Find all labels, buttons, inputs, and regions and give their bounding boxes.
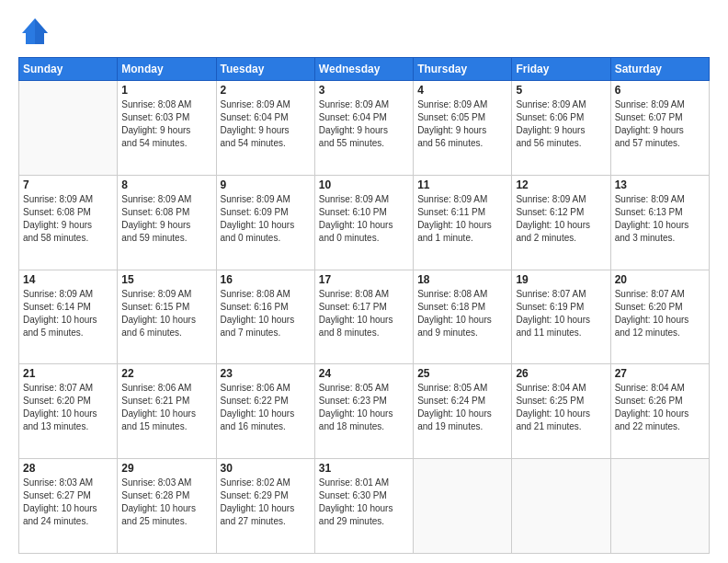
day-info: Sunrise: 8:07 AM Sunset: 6:20 PM Dayligh… <box>615 288 705 339</box>
day-number: 8 <box>121 178 211 191</box>
calendar-cell: 28Sunrise: 8:03 AM Sunset: 6:27 PM Dayli… <box>19 459 118 554</box>
day-info: Sunrise: 8:09 AM Sunset: 6:04 PM Dayligh… <box>221 98 311 150</box>
day-info: Sunrise: 8:04 AM Sunset: 6:25 PM Dayligh… <box>516 382 606 433</box>
day-info: Sunrise: 8:01 AM Sunset: 6:30 PM Dayligh… <box>319 477 409 528</box>
day-number: 4 <box>417 84 507 97</box>
day-number: 20 <box>615 273 705 286</box>
day-number: 19 <box>516 273 606 286</box>
day-info: Sunrise: 8:08 AM Sunset: 6:18 PM Dayligh… <box>417 288 507 339</box>
day-number: 3 <box>319 84 409 97</box>
calendar-table: SundayMondayTuesdayWednesdayThursdayFrid… <box>18 57 710 554</box>
day-number: 11 <box>417 178 507 191</box>
day-number: 23 <box>221 367 311 380</box>
calendar-cell: 9Sunrise: 8:09 AM Sunset: 6:09 PM Daylig… <box>216 175 314 270</box>
calendar-cell: 19Sunrise: 8:07 AM Sunset: 6:19 PM Dayli… <box>512 270 610 364</box>
day-info: Sunrise: 8:03 AM Sunset: 6:27 PM Dayligh… <box>23 477 113 528</box>
day-info: Sunrise: 8:09 AM Sunset: 6:08 PM Dayligh… <box>23 193 113 245</box>
day-info: Sunrise: 8:09 AM Sunset: 6:05 PM Dayligh… <box>417 98 507 150</box>
calendar-cell: 13Sunrise: 8:09 AM Sunset: 6:13 PM Dayli… <box>610 175 709 270</box>
day-info: Sunrise: 8:09 AM Sunset: 6:08 PM Dayligh… <box>121 193 211 245</box>
calendar-cell <box>610 459 709 554</box>
weekday-header-row: SundayMondayTuesdayWednesdayThursdayFrid… <box>19 58 710 81</box>
calendar-cell: 3Sunrise: 8:09 AM Sunset: 6:04 PM Daylig… <box>314 81 413 176</box>
calendar-cell <box>414 459 512 554</box>
day-info: Sunrise: 8:09 AM Sunset: 6:14 PM Dayligh… <box>23 288 113 339</box>
day-number: 1 <box>121 84 211 97</box>
calendar-cell: 14Sunrise: 8:09 AM Sunset: 6:14 PM Dayli… <box>19 270 118 364</box>
day-number: 18 <box>417 273 507 286</box>
day-number: 21 <box>23 367 113 380</box>
day-number: 12 <box>516 178 606 191</box>
day-number: 28 <box>23 462 113 475</box>
weekday-friday: Friday <box>512 58 610 81</box>
calendar-cell: 11Sunrise: 8:09 AM Sunset: 6:11 PM Dayli… <box>414 175 512 270</box>
day-info: Sunrise: 8:06 AM Sunset: 6:21 PM Dayligh… <box>121 382 211 433</box>
calendar-cell: 23Sunrise: 8:06 AM Sunset: 6:22 PM Dayli… <box>216 364 314 459</box>
calendar-week-2: 14Sunrise: 8:09 AM Sunset: 6:14 PM Dayli… <box>19 270 710 364</box>
weekday-monday: Monday <box>118 58 216 81</box>
calendar-cell: 17Sunrise: 8:08 AM Sunset: 6:17 PM Dayli… <box>314 270 413 364</box>
calendar-cell: 21Sunrise: 8:07 AM Sunset: 6:20 PM Dayli… <box>19 364 118 459</box>
day-number: 9 <box>221 178 311 191</box>
calendar-cell: 7Sunrise: 8:09 AM Sunset: 6:08 PM Daylig… <box>19 175 118 270</box>
day-info: Sunrise: 8:02 AM Sunset: 6:29 PM Dayligh… <box>221 477 311 528</box>
calendar-cell: 1Sunrise: 8:08 AM Sunset: 6:03 PM Daylig… <box>118 81 216 176</box>
day-info: Sunrise: 8:05 AM Sunset: 6:23 PM Dayligh… <box>319 382 409 433</box>
calendar-cell: 18Sunrise: 8:08 AM Sunset: 6:18 PM Dayli… <box>414 270 512 364</box>
svg-marker-1 <box>35 18 48 44</box>
weekday-tuesday: Tuesday <box>216 58 314 81</box>
day-info: Sunrise: 8:09 AM Sunset: 6:04 PM Dayligh… <box>319 98 409 150</box>
calendar-cell: 27Sunrise: 8:04 AM Sunset: 6:26 PM Dayli… <box>610 364 709 459</box>
calendar-cell <box>512 459 610 554</box>
day-number: 14 <box>23 273 113 286</box>
weekday-saturday: Saturday <box>610 58 709 81</box>
calendar-cell: 16Sunrise: 8:08 AM Sunset: 6:16 PM Dayli… <box>216 270 314 364</box>
calendar-cell: 4Sunrise: 8:09 AM Sunset: 6:05 PM Daylig… <box>414 81 512 176</box>
day-info: Sunrise: 8:09 AM Sunset: 6:12 PM Dayligh… <box>516 193 606 245</box>
day-info: Sunrise: 8:07 AM Sunset: 6:19 PM Dayligh… <box>516 288 606 339</box>
day-info: Sunrise: 8:04 AM Sunset: 6:26 PM Dayligh… <box>615 382 705 433</box>
calendar-cell: 5Sunrise: 8:09 AM Sunset: 6:06 PM Daylig… <box>512 81 610 176</box>
weekday-sunday: Sunday <box>19 58 118 81</box>
day-number: 22 <box>121 367 211 380</box>
calendar-cell: 26Sunrise: 8:04 AM Sunset: 6:25 PM Dayli… <box>512 364 610 459</box>
day-number: 10 <box>319 178 409 191</box>
day-number: 5 <box>516 84 606 97</box>
calendar-cell: 12Sunrise: 8:09 AM Sunset: 6:12 PM Dayli… <box>512 175 610 270</box>
day-info: Sunrise: 8:09 AM Sunset: 6:11 PM Dayligh… <box>417 193 507 245</box>
day-number: 6 <box>615 84 705 97</box>
day-info: Sunrise: 8:03 AM Sunset: 6:28 PM Dayligh… <box>121 477 211 528</box>
calendar-cell: 25Sunrise: 8:05 AM Sunset: 6:24 PM Dayli… <box>414 364 512 459</box>
day-info: Sunrise: 8:08 AM Sunset: 6:16 PM Dayligh… <box>221 288 311 339</box>
day-number: 15 <box>121 273 211 286</box>
calendar-cell: 29Sunrise: 8:03 AM Sunset: 6:28 PM Dayli… <box>118 459 216 554</box>
day-info: Sunrise: 8:08 AM Sunset: 6:17 PM Dayligh… <box>319 288 409 339</box>
weekday-thursday: Thursday <box>414 58 512 81</box>
calendar-cell: 30Sunrise: 8:02 AM Sunset: 6:29 PM Dayli… <box>216 459 314 554</box>
day-number: 7 <box>23 178 113 191</box>
calendar-week-1: 7Sunrise: 8:09 AM Sunset: 6:08 PM Daylig… <box>19 175 710 270</box>
day-number: 2 <box>221 84 311 97</box>
day-number: 17 <box>319 273 409 286</box>
calendar-cell: 15Sunrise: 8:09 AM Sunset: 6:15 PM Dayli… <box>118 270 216 364</box>
calendar-week-0: 1Sunrise: 8:08 AM Sunset: 6:03 PM Daylig… <box>19 81 710 176</box>
page: SundayMondayTuesdayWednesdayThursdayFrid… <box>0 0 728 563</box>
day-info: Sunrise: 8:05 AM Sunset: 6:24 PM Dayligh… <box>417 382 507 433</box>
day-info: Sunrise: 8:06 AM Sunset: 6:22 PM Dayligh… <box>221 382 311 433</box>
day-info: Sunrise: 8:08 AM Sunset: 6:03 PM Dayligh… <box>121 98 211 150</box>
day-number: 29 <box>121 462 211 475</box>
calendar-cell: 6Sunrise: 8:09 AM Sunset: 6:07 PM Daylig… <box>610 81 709 176</box>
day-number: 16 <box>221 273 311 286</box>
day-info: Sunrise: 8:09 AM Sunset: 6:13 PM Dayligh… <box>615 193 705 245</box>
calendar-cell: 24Sunrise: 8:05 AM Sunset: 6:23 PM Dayli… <box>314 364 413 459</box>
day-number: 25 <box>417 367 507 380</box>
logo <box>18 15 57 48</box>
calendar-cell: 20Sunrise: 8:07 AM Sunset: 6:20 PM Dayli… <box>610 270 709 364</box>
calendar-cell: 8Sunrise: 8:09 AM Sunset: 6:08 PM Daylig… <box>118 175 216 270</box>
calendar-week-4: 28Sunrise: 8:03 AM Sunset: 6:27 PM Dayli… <box>19 459 710 554</box>
logo-icon <box>18 15 51 48</box>
calendar-cell: 31Sunrise: 8:01 AM Sunset: 6:30 PM Dayli… <box>314 459 413 554</box>
day-info: Sunrise: 8:09 AM Sunset: 6:15 PM Dayligh… <box>121 288 211 339</box>
day-info: Sunrise: 8:09 AM Sunset: 6:10 PM Dayligh… <box>319 193 409 245</box>
day-number: 31 <box>319 462 409 475</box>
